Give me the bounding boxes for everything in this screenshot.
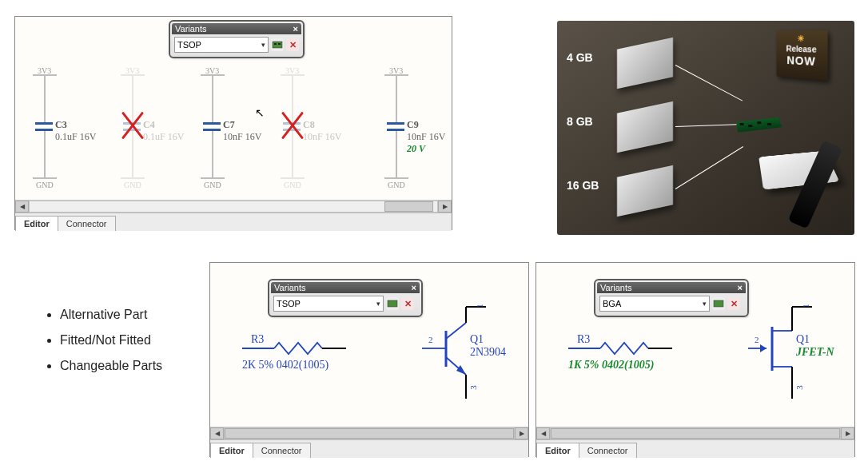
pin-source: 3 xyxy=(794,385,804,390)
variants-titlebar[interactable]: Variants × xyxy=(271,282,420,293)
cap-ref: C9 xyxy=(407,119,419,131)
r-ref: R3 xyxy=(577,333,590,346)
cap-value: 10nF 16V xyxy=(407,131,445,143)
horizontal-scrollbar[interactable]: ◀ ▶ xyxy=(210,427,528,439)
variants-title-text: Variants xyxy=(600,283,632,292)
q-value: JFET-N xyxy=(796,346,834,359)
net-bot: GND xyxy=(284,181,301,189)
close-icon[interactable]: × xyxy=(293,24,298,34)
bullet-changeable: Changeable Parts xyxy=(60,359,162,373)
tab-connector[interactable]: Connector xyxy=(579,443,637,458)
size-16gb: 16 GB xyxy=(567,179,599,192)
release-line1: Release xyxy=(779,43,825,54)
schematic-canvas[interactable]: Variants × BGA ✕ R3 xyxy=(536,263,854,427)
cap-alt-value: 20 V xyxy=(407,143,425,155)
bottom-left-panel: Variants × TSOP ✕ R3 xyxy=(209,262,529,457)
net-bot: GND xyxy=(36,181,54,189)
svg-rect-3 xyxy=(388,300,397,307)
net-bot: GND xyxy=(124,181,141,189)
top-schematic-panel: Variants × TSOP ✕ 3V3 GND xyxy=(14,16,452,230)
tab-editor[interactable]: Editor xyxy=(210,443,253,458)
variants-titlebar[interactable]: Variants × xyxy=(597,282,746,293)
release-badge: ☀ Release NOW xyxy=(776,30,827,81)
r-value: 2K 5% 0402(1005) xyxy=(242,359,328,372)
chip-icon[interactable] xyxy=(712,297,725,310)
svg-rect-11 xyxy=(714,300,723,307)
scroll-right-icon[interactable]: ▶ xyxy=(515,427,528,439)
variants-dropdown[interactable]: TSOP xyxy=(174,37,269,53)
tab-connector[interactable]: Connector xyxy=(253,443,311,458)
q-value: 2N3904 xyxy=(470,346,506,359)
bullet-alternative-part: Alternative Part xyxy=(60,308,162,322)
cap-ref: C7 xyxy=(223,119,235,131)
svg-rect-1 xyxy=(274,43,277,45)
delete-variant-icon[interactable]: ✕ xyxy=(727,297,740,310)
cap-ref: C3 xyxy=(55,119,67,131)
variants-value: BGA xyxy=(603,299,621,308)
cap-value: 10nF 16V xyxy=(223,131,261,143)
svg-line-5 xyxy=(446,323,466,339)
variants-title-text: Variants xyxy=(175,24,207,34)
q-ref: Q1 xyxy=(796,333,810,346)
schematic-canvas[interactable]: Variants × TSOP ✕ R3 xyxy=(210,263,528,427)
horizontal-scrollbar[interactable]: ◀ ▶ xyxy=(15,200,452,213)
size-8gb: 8 GB xyxy=(567,115,593,128)
scroll-left-icon[interactable]: ◀ xyxy=(536,427,550,439)
net-bot: GND xyxy=(388,181,405,189)
q-ref: Q1 xyxy=(470,333,484,346)
cap-value: 0.1uF 16V xyxy=(55,131,96,143)
scroll-left-icon[interactable]: ◀ xyxy=(15,201,29,213)
variants-dropdown[interactable]: BGA xyxy=(599,296,710,312)
close-icon[interactable]: × xyxy=(738,283,743,292)
size-4gb: 4 GB xyxy=(567,51,593,64)
pin-collector: 1 xyxy=(475,304,484,308)
not-fitted-x-icon xyxy=(276,109,309,142)
chip-icon[interactable] xyxy=(386,297,399,310)
close-icon[interactable]: × xyxy=(412,283,416,292)
svg-rect-2 xyxy=(278,43,281,45)
svg-line-6 xyxy=(446,357,466,375)
variants-dropdown[interactable]: TSOP xyxy=(273,296,384,312)
r-value: 1K 5% 0402(1005) xyxy=(568,359,654,372)
tab-editor[interactable]: Editor xyxy=(536,443,579,458)
svg-marker-7 xyxy=(456,365,466,375)
scroll-right-icon[interactable]: ▶ xyxy=(438,201,452,213)
schematic-canvas[interactable]: Variants × TSOP ✕ 3V3 GND xyxy=(15,17,452,200)
variants-toolbar[interactable]: Variants × TSOP ✕ xyxy=(169,20,305,58)
svg-marker-13 xyxy=(760,344,766,352)
pin-gate: 2 xyxy=(755,335,759,344)
sheet-tabs: Editor Connector xyxy=(15,213,452,231)
mouse-cursor-icon: ↖ xyxy=(255,106,265,119)
scroll-right-icon[interactable]: ▶ xyxy=(841,427,854,439)
bottom-right-panel: Variants × BGA ✕ R3 xyxy=(536,262,855,457)
variants-toolbar[interactable]: Variants × BGA ✕ xyxy=(594,279,749,317)
variants-value: TSOP xyxy=(177,40,201,50)
release-line2: NOW xyxy=(779,53,825,69)
delete-variant-icon[interactable]: ✕ xyxy=(401,297,414,310)
not-fitted-x-icon xyxy=(116,109,149,142)
delete-variant-icon[interactable]: ✕ xyxy=(286,38,299,51)
pin-emitter: 3 xyxy=(468,385,478,390)
pin-drain: 1 xyxy=(801,304,810,308)
variants-toolbar[interactable]: Variants × TSOP ✕ xyxy=(268,279,423,317)
net-bot: GND xyxy=(204,181,221,189)
feature-bullets: Alternative Part Fitted/Not Fitted Chang… xyxy=(28,296,162,384)
r-ref: R3 xyxy=(251,333,264,346)
variants-value: TSOP xyxy=(277,299,301,308)
tab-connector[interactable]: Connector xyxy=(58,216,116,231)
horizontal-scrollbar[interactable]: ◀ ▶ xyxy=(536,427,854,439)
sheet-tabs: Editor Connector xyxy=(536,439,854,458)
variants-title-text: Variants xyxy=(274,283,306,292)
scroll-left-icon[interactable]: ◀ xyxy=(210,427,224,439)
chip-icon[interactable] xyxy=(271,38,284,51)
bullet-fitted: Fitted/Not Fitted xyxy=(60,333,162,348)
svg-rect-0 xyxy=(273,42,282,48)
tab-editor[interactable]: Editor xyxy=(15,216,58,231)
sheet-tabs: Editor Connector xyxy=(210,439,528,458)
product-render: 4 GB 8 GB 16 GB ☀ Release NOW xyxy=(557,21,854,235)
pin-base: 2 xyxy=(428,335,433,344)
variants-titlebar[interactable]: Variants × xyxy=(172,23,301,34)
